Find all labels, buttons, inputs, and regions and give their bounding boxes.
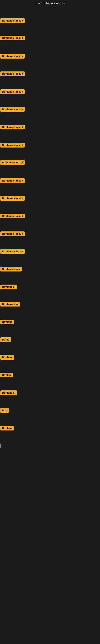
bottleneck-result-item[interactable]: Bottlene (0, 426, 14, 430)
bottleneck-result-item[interactable]: Bottleneck result (0, 89, 25, 94)
bottleneck-result-item[interactable]: Bottleneck result (0, 54, 25, 58)
bottleneck-result-item[interactable]: Bottlene (0, 320, 14, 324)
bottleneck-result-item[interactable]: Bottlene (0, 355, 14, 360)
text-cursor (0, 444, 1, 448)
bottleneck-result-item[interactable]: Bott (0, 408, 9, 413)
bottleneck-result-item[interactable]: Bottle (0, 337, 11, 342)
bottleneck-result-item[interactable]: Bottleneck result (0, 160, 25, 165)
bottleneck-result-item[interactable]: Bottleneck result (0, 196, 25, 201)
bottleneck-result-item[interactable]: Bottleneck result (0, 125, 25, 130)
ellipsis-indicator: ... (0, 538, 2, 540)
bottleneck-result-item[interactable]: Bottleneck re (0, 302, 20, 306)
bottleneck-result-item[interactable]: Bottleneck (0, 284, 17, 289)
bottleneck-result-item[interactable]: Bottleneck result (0, 249, 25, 254)
bottleneck-result-item[interactable]: Bottleneck result (0, 232, 25, 236)
bottleneck-result-item[interactable]: Bottlen (0, 373, 13, 377)
site-title: TheBottlenecker.com (0, 0, 100, 7)
bottleneck-result-item[interactable]: Bottleneck result (0, 18, 25, 23)
bottleneck-result-item[interactable]: Bottleneck (0, 390, 17, 395)
bottleneck-result-item[interactable]: Bottleneck result (0, 107, 25, 112)
bottleneck-result-item[interactable]: Bottleneck res (0, 267, 22, 272)
bottleneck-result-item[interactable]: Bottleneck result (0, 36, 25, 40)
bottleneck-result-item[interactable]: Bottleneck result (0, 214, 25, 218)
bottleneck-result-item[interactable]: Bottleneck result (0, 143, 25, 148)
bottleneck-result-item[interactable]: Bottleneck result (0, 72, 25, 76)
bottleneck-result-item[interactable]: Bottleneck result (0, 178, 25, 183)
